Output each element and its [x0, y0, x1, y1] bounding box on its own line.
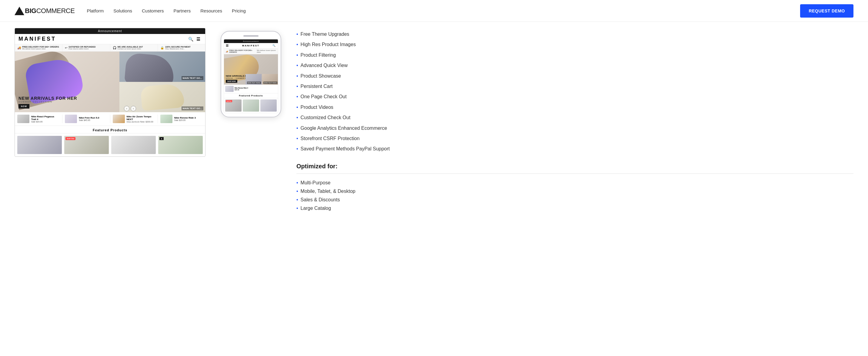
product-3-name: Nike Air Zoom Tempo NEXT	[127, 115, 155, 121]
phone-product-1-price: $35.99	[235, 89, 248, 91]
nav-item-pricing[interactable]: Pricing	[232, 8, 246, 13]
featured-item-1	[17, 136, 62, 154]
featured-item-3	[111, 136, 156, 154]
phone-menu-icon[interactable]: ☰	[226, 44, 229, 47]
phone-col: Announcement ☰ MANIFEST 🔍 🚚 FREE DELIVER…	[218, 28, 284, 213]
nav-link-resources[interactable]: Resources	[200, 8, 222, 13]
product-4-thumbnail	[160, 115, 173, 123]
feature-item-5: Product Showcase	[297, 71, 854, 81]
nav-link-pricing[interactable]: Pricing	[232, 8, 246, 13]
logo-triangle-icon	[14, 7, 24, 15]
feature-item-10: Google Analytics Enhanced Ecommerce	[297, 123, 854, 134]
hero-right-top-text: MAIN TEXT GO...	[182, 76, 204, 80]
shipping-refund-sub: Free returns within lorem	[68, 48, 95, 50]
shipping-item-support: 🎧 WE ARE AVAILABLE 24/7 Contact us lorem…	[110, 44, 158, 51]
product-3-info: Nike Air Zoom Tempo NEXT Was: $249.00 No…	[127, 115, 155, 123]
featured-2-thumb: Sold Out	[64, 136, 109, 154]
product-4-price: Sale $29.95	[174, 119, 196, 121]
nav-link-solutions[interactable]: Solutions	[113, 8, 132, 13]
phone-hero-sub-1: MAIN TEXT HERE	[246, 74, 261, 85]
product-4-name: Nike Renew Ride 3	[174, 116, 196, 119]
preview-store-name-text: MANIFEST	[19, 36, 56, 42]
phone-truck-icon: 🚚	[226, 50, 228, 53]
phone-hero-sub-2: MAIN TEXT HERE	[262, 74, 278, 85]
hero-right-top-image: MAIN TEXT GO...	[119, 52, 205, 82]
phone-hero: NEW ARRIVALS FOR HER SPRING / SUMMER COL…	[224, 54, 278, 85]
optimized-label-1: Multi-Purpose	[301, 180, 331, 185]
product-2-thumbnail	[65, 115, 77, 123]
nav-item-customers[interactable]: Customers	[142, 8, 164, 13]
phone-hero-sub-images: MAIN TEXT HERE MAIN TEXT HERE	[246, 74, 278, 85]
phone-product-1-thumb	[225, 86, 234, 92]
phone-featured-grid: Sold Out	[224, 98, 278, 113]
phone-shipping-sub: We deliver lorem ipsum dolor	[257, 50, 276, 53]
hero-text-overlay: NEW ARRIVALS FOR HER SUMMER COLLECTION N…	[19, 96, 77, 109]
hero-next-button[interactable]: ›	[131, 106, 136, 111]
search-icon[interactable]: 🔍	[188, 37, 194, 41]
preview-announcement-bar: Announcement	[15, 28, 205, 34]
product-1-thumbnail	[17, 115, 29, 123]
featured-1-thumb	[17, 136, 62, 154]
featured-item-4: ▲	[158, 136, 203, 154]
menu-icon[interactable]: ☰	[196, 37, 202, 41]
shipping-item-refund: ↩ SATISFIED OR REFUNDED Free returns wit…	[62, 44, 110, 51]
optimized-item-1: Multi-Purpose	[297, 179, 854, 187]
truck-icon: 🚚	[17, 46, 21, 50]
shipping-payment-sub: Visa, Mastercard, Ame...	[165, 48, 191, 50]
phone-feat-2-thumb	[243, 99, 259, 112]
nav-item-platform[interactable]: Platform	[87, 8, 104, 13]
hero-left-panel: NEW ARRIVALS FOR HER SUMMER COLLECTION N…	[15, 52, 119, 112]
logo[interactable]: BIGCOMMERCE	[14, 7, 74, 15]
new-badge: ▲	[159, 137, 164, 140]
shipping-payment-text: 100% SECURE PAYMENT Visa, Mastercard, Am…	[165, 46, 191, 50]
desktop-preview-col: Announcement MANIFEST 🔍 ☰ 🚚 FREE DELIVER…	[14, 28, 206, 213]
phone-sub-2-text: MAIN TEXT HERE	[264, 82, 277, 84]
feature-label-5: Product Showcase	[301, 73, 341, 80]
desktop-preview: Announcement MANIFEST 🔍 ☰ 🚚 FREE DELIVER…	[14, 28, 206, 157]
shipping-support-sub: Contact us lorem ipsum dolor	[118, 48, 143, 50]
shipping-delivery-text: FREE DELIVERY FOR $40+ ORDERS We deliver…	[22, 46, 59, 50]
feature-item-2: High Res Product Images	[297, 39, 854, 50]
feature-label-3: Product Filtering	[301, 52, 336, 59]
phone-shipping-text: FREE DELIVERY FOR $40+ ORDERS	[229, 50, 255, 53]
shipping-payment-title: 100% SECURE PAYMENT	[165, 46, 191, 48]
nav-item-resources[interactable]: Resources	[200, 8, 222, 13]
hero-prev-button[interactable]: ‹	[124, 106, 129, 111]
phone-store-name: MANIFEST	[242, 44, 259, 47]
phone-hero-btn[interactable]: SHOP NOW	[226, 80, 237, 83]
product-2-info: Nike Free Run 5.0 Sale $45.95	[79, 116, 99, 121]
feature-label-8: Product Videos	[301, 104, 333, 111]
nav-item-solutions[interactable]: Solutions	[113, 8, 132, 13]
shipping-support-title: WE ARE AVAILABLE 24/7	[118, 46, 143, 48]
nav-link-platform[interactable]: Platform	[87, 8, 104, 13]
product-1-price: Sale $34.95	[31, 121, 60, 123]
feature-label-2: High Res Product Images	[301, 41, 356, 48]
logo-big: BIG	[25, 7, 36, 14]
feature-item-11: Storefront CSRF Protection	[297, 134, 854, 144]
nav-item-partners[interactable]: Partners	[174, 8, 191, 13]
preview-hero: NEW ARRIVALS FOR HER SUMMER COLLECTION N…	[15, 52, 205, 112]
product-item-2: Nike Free Run 5.0 Sale $45.95	[62, 115, 110, 123]
refresh-icon: ↩	[65, 46, 67, 50]
feature-label-1: Free Theme Upgrades	[301, 31, 349, 38]
phone-product-1: Nike Renew Ride 3 $35.99	[225, 86, 277, 92]
sold-out-badge: Sold Out	[65, 137, 75, 140]
shipping-delivery-sub: We deliver lorem ipsum dolor	[22, 48, 59, 50]
main-content: Announcement MANIFEST 🔍 ☰ 🚚 FREE DELIVER…	[0, 22, 868, 219]
features-col: Free Theme Upgrades High Res Product Ima…	[297, 28, 854, 213]
phone-search-icon[interactable]: 🔍	[273, 44, 276, 47]
feature-label-11: Storefront CSRF Protection	[301, 135, 360, 142]
lock-icon: 🔒	[160, 46, 164, 50]
product-4-info: Nike Renew Ride 3 Sale $29.95	[174, 116, 196, 121]
feature-item-7: One Page Check Out	[297, 92, 854, 102]
feature-item-6: Persistent Cart	[297, 81, 854, 92]
hero-shop-btn[interactable]: NOW	[19, 104, 29, 109]
shipping-item-payment: 🔒 100% SECURE PAYMENT Visa, Mastercard, …	[158, 44, 205, 51]
product-item-4: Nike Renew Ride 3 Sale $29.95	[158, 115, 205, 123]
phone-announcement-bar: Announcement	[224, 39, 278, 43]
nav-link-customers[interactable]: Customers	[142, 8, 164, 13]
request-demo-button[interactable]: REQUEST DEMO	[800, 4, 854, 18]
product-3-price: Was: $249.00 Now: $200.00	[127, 121, 155, 123]
phone-speaker	[243, 35, 258, 37]
nav-link-partners[interactable]: Partners	[174, 8, 191, 13]
